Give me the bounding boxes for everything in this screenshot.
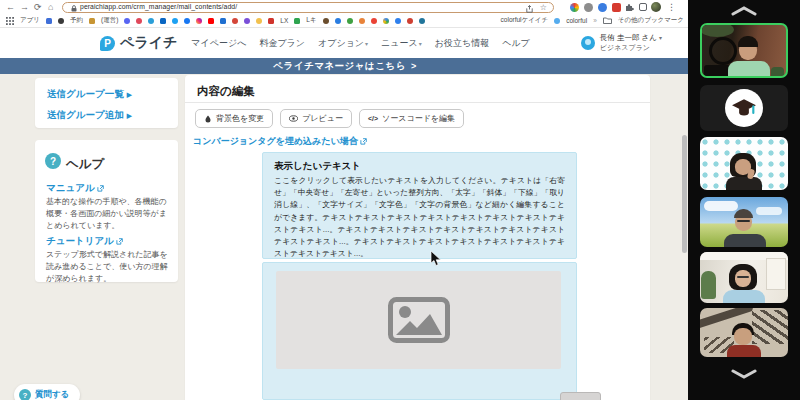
crown-bookmark-icon[interactable] — [89, 18, 95, 24]
bookmark-icon[interactable] — [359, 18, 365, 24]
participant-tile-4[interactable] — [700, 197, 788, 247]
send-group-add-link[interactable]: 送信グループ追加▶ — [47, 109, 132, 122]
tab-group-icon[interactable] — [639, 3, 647, 11]
nav-tips[interactable]: お役立ち情報 — [435, 37, 489, 50]
drive-bookmark-icon[interactable] — [383, 18, 389, 24]
bookmark-icon[interactable] — [256, 18, 262, 24]
bookmark-icon[interactable] — [294, 18, 300, 24]
nav-news[interactable]: ニュース▾ — [381, 37, 422, 50]
bookmark-colorful-keiichi[interactable]: colorfulケイイチ — [501, 16, 549, 25]
bookmark-icon[interactable] — [407, 18, 413, 24]
equipment — [704, 65, 730, 77]
participant-tile-6[interactable] — [700, 308, 788, 357]
bookmark-icon[interactable] — [347, 18, 353, 24]
tutorial-link[interactable]: チュートリアル — [46, 235, 123, 248]
nav-pricing[interactable]: 料金プラン — [259, 37, 305, 50]
twitter-bookmark-icon[interactable] — [172, 18, 178, 24]
chrome-menu-icon[interactable]: ⋮ — [667, 0, 676, 14]
youtube-bookmark-icon[interactable] — [208, 18, 214, 24]
bookmark-icon[interactable] — [124, 18, 130, 24]
page-title: 内容の編集 — [197, 84, 255, 99]
conversion-tag-link[interactable]: コンバージョンタグを埋め込みたい場合 — [193, 135, 367, 148]
divider — [185, 102, 650, 103]
code-icon: </> — [368, 115, 378, 122]
glasses — [737, 220, 750, 222]
back-icon[interactable]: ← — [6, 0, 15, 14]
bookmark-lki[interactable]: Lキ — [306, 16, 316, 25]
user-menu[interactable]: 長侑 圭一郎 さん ▾ ビジネスプラン — [581, 33, 662, 53]
page-scrollbar[interactable] — [682, 135, 687, 253]
bookmark-colorful[interactable]: colorful — [566, 17, 587, 24]
person-silhouette — [724, 234, 766, 247]
apps-grid-icon[interactable] — [6, 17, 14, 25]
manager-banner[interactable]: ペライチマネージャはこちら > — [0, 58, 690, 74]
maps-pin-bookmark-icon[interactable] — [371, 18, 377, 24]
nav-help[interactable]: ヘルプ — [502, 37, 530, 50]
send-group-list-link[interactable]: 送信グループ一覧▶ — [47, 88, 132, 101]
image-placeholder[interactable] — [276, 271, 561, 369]
preview-button[interactable]: プレビュー — [280, 109, 352, 128]
participant-tile-5[interactable] — [700, 252, 788, 303]
home-icon[interactable]: ⌂ — [48, 0, 53, 14]
banner-text: ペライチマネージャはこちら — [273, 60, 406, 73]
bookmark-icon[interactable] — [323, 18, 329, 24]
participant-tile-2[interactable] — [700, 85, 788, 131]
share-icon[interactable] — [526, 5, 533, 13]
red-extension-icon[interactable] — [612, 3, 621, 12]
scroll-down-button[interactable] — [688, 366, 800, 382]
graduation-cap-icon — [731, 96, 757, 120]
nav-mypage[interactable]: マイページへ — [191, 37, 246, 50]
bird-bookmark-icon[interactable] — [554, 18, 560, 24]
text-block[interactable]: 表示したいテキスト ここをクリックして表示したいテキストを入力してください。テキ… — [262, 152, 577, 259]
window-decor — [766, 258, 786, 290]
external-link-icon — [97, 185, 104, 192]
bookmark-icon[interactable] — [136, 18, 142, 24]
app-header: P ペライチ マイページへ 料金プラン オプション▾ ニュース▾ お役立ち情報 … — [0, 28, 690, 58]
nav-options[interactable]: オプション▾ — [318, 37, 368, 50]
image-block[interactable] — [262, 262, 577, 400]
extensions-puzzle-icon[interactable] — [625, 3, 634, 12]
reload-icon[interactable]: ⟳ — [34, 0, 42, 14]
change-bg-color-button[interactable]: 背景色を変更 — [195, 109, 273, 128]
instagram-bookmark-icon[interactable] — [196, 18, 202, 24]
partial-button[interactable] — [560, 392, 601, 400]
bookmark-ops[interactable]: (運営) — [101, 16, 118, 25]
linkedin-bookmark-icon[interactable] — [160, 18, 166, 24]
manual-link[interactable]: マニュアル — [46, 182, 104, 195]
peraichi-logo-icon[interactable]: P — [100, 36, 115, 51]
pinwheel-extension-icon[interactable] — [570, 3, 579, 12]
profile-avatar[interactable] — [651, 2, 661, 12]
bookmark-icon[interactable] — [58, 18, 64, 24]
ask-question-button[interactable]: ? 質問する — [14, 384, 80, 400]
user-name: 長侑 圭一郎 さん — [600, 33, 657, 42]
bookmark-reserve[interactable]: 予約 — [70, 16, 83, 25]
video-thumbnail — [700, 252, 788, 303]
bookmarks-overflow-chevron[interactable]: » — [593, 17, 597, 24]
bookmark-icon[interactable] — [148, 18, 154, 24]
wordpress-bookmark-icon[interactable] — [419, 18, 425, 24]
folder-icon — [603, 17, 612, 24]
peraichi-logo-text[interactable]: ペライチ — [120, 34, 177, 52]
plant-decor — [700, 23, 734, 37]
camera-extension-icon[interactable] — [584, 3, 593, 12]
facebook-bookmark-icon[interactable] — [184, 18, 190, 24]
bookmark-lx[interactable]: LX — [280, 17, 288, 24]
bookmark-icon[interactable] — [268, 18, 274, 24]
eye-icon — [289, 115, 298, 122]
arrow-right-icon: ▶ — [127, 112, 132, 119]
participant-tile-3[interactable] — [700, 137, 788, 190]
participant-tile-1-active-speaker[interactable] — [700, 23, 788, 78]
bookmark-icon[interactable] — [220, 18, 226, 24]
bookmark-icon[interactable] — [244, 18, 250, 24]
edit-source-button[interactable]: </> ソースコードを編集 — [359, 109, 464, 128]
bookmark-other-folder[interactable]: その他のブックマーク — [618, 16, 684, 25]
bookmark-icon[interactable] — [46, 18, 52, 24]
bookmark-icon[interactable] — [395, 18, 401, 24]
forward-icon[interactable]: → — [20, 0, 29, 14]
blue-extension-icon[interactable] — [598, 3, 607, 12]
gmail-bookmark-icon[interactable] — [232, 18, 238, 24]
scroll-up-button[interactable] — [688, 3, 800, 19]
bookmark-star-icon[interactable]: ☆ — [540, 3, 547, 13]
bookmark-icon[interactable] — [335, 18, 341, 24]
bookmark-apps[interactable]: アプリ — [20, 16, 40, 25]
